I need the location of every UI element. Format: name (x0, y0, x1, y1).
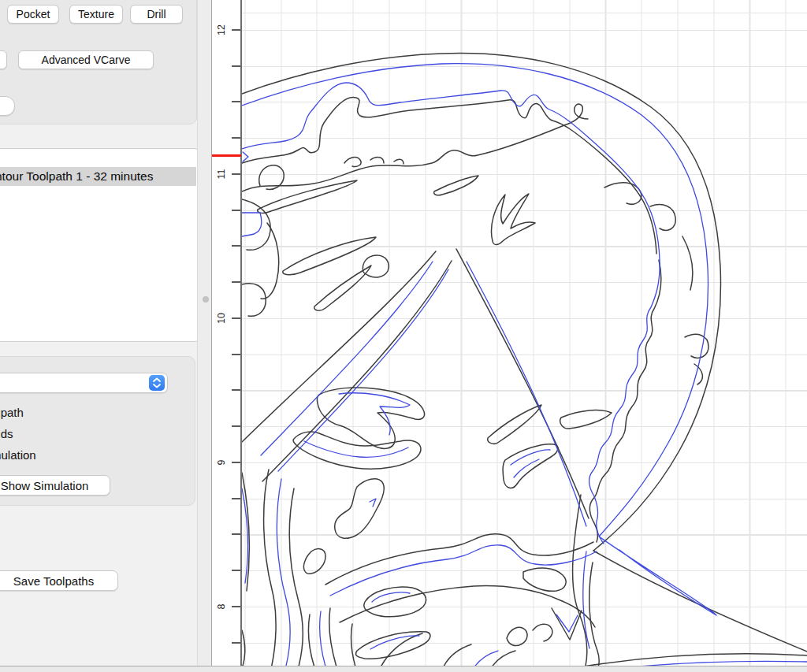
save-toolpaths-button-label: Save Toolpaths (13, 574, 94, 588)
ruler-tick (232, 101, 240, 102)
texture-button-label: Texture (78, 8, 114, 20)
toolpath-panel: Pocket Texture Drill Advanced VCarve nto… (0, 0, 197, 666)
advanced-vcarve-button[interactable]: Advanced VCarve (18, 50, 154, 69)
chevron-up-down-icon[interactable] (149, 375, 165, 391)
toolpath-list[interactable]: ntour Toolpath 1 - 32 minutes (0, 148, 198, 342)
toolpath-item-label: ntour Toolpath 1 - 32 minutes (0, 169, 153, 183)
ruler-tick (232, 29, 240, 31)
vertical-ruler: 12111098 (211, 0, 242, 666)
ruler-label: 10 (216, 307, 230, 329)
ruler-tick (232, 570, 240, 571)
cutoff-button-left[interactable] (0, 50, 7, 69)
show-simulation-button-label: Show Simulation (1, 479, 89, 492)
ruler-tick (232, 210, 240, 211)
drill-button[interactable]: Drill (130, 5, 183, 24)
ruler-label: 8 (216, 596, 230, 618)
toolpath-view-dropdown[interactable] (0, 373, 168, 393)
pocket-button-label: Pocket (17, 8, 50, 20)
view-options-card: olpath pids mulation Show Simulation (0, 356, 195, 506)
ruler-label: 12 (216, 19, 230, 41)
ruler-tick (232, 498, 240, 499)
design-canvas[interactable] (242, 0, 807, 666)
ruler-tick (232, 425, 240, 427)
show-simulation-option-label[interactable]: mulation (0, 448, 36, 462)
ruler-tick (232, 606, 240, 607)
ruler-tick (232, 317, 240, 319)
texture-button[interactable]: Texture (69, 5, 123, 24)
ruler-tick (232, 533, 240, 535)
panel-splitter[interactable] (197, 0, 211, 666)
splitter-handle-icon[interactable] (203, 296, 209, 303)
ruler-tick (232, 642, 240, 644)
ruler-tick (232, 137, 240, 139)
ruler-tick (232, 389, 240, 391)
show-toolpath-option-label[interactable]: olpath (0, 406, 24, 419)
ruler-label: 9 (216, 451, 230, 473)
toolpath-list-item-selected[interactable]: ntour Toolpath 1 - 32 minutes (0, 167, 196, 186)
drill-button-label: Drill (147, 8, 165, 20)
show-simulation-button[interactable]: Show Simulation (0, 475, 110, 496)
ruler-tick (232, 65, 240, 67)
cam-software-window: { "panel": { "buttons_row1": ["Pocket", … (0, 0, 807, 672)
ruler-position-marker (212, 154, 241, 157)
pocket-button[interactable]: Pocket (7, 5, 59, 24)
ruler-tick (232, 245, 240, 247)
ruler-tick (232, 281, 240, 283)
ruler-tick (232, 173, 240, 175)
cutoff-pill-button[interactable] (0, 96, 15, 116)
save-toolpaths-button[interactable]: Save Toolpaths (0, 570, 118, 591)
ruler-label: 11 (216, 163, 230, 185)
toolpath-canvas-svg (242, 0, 807, 666)
show-rapids-option-label[interactable]: pids (0, 427, 13, 440)
ruler-tick (232, 462, 240, 463)
window-bottom-bar (0, 666, 807, 672)
toolpath-buttons-card: Pocket Texture Drill Advanced VCarve (0, 0, 197, 124)
advanced-vcarve-label: Advanced VCarve (42, 54, 131, 66)
ruler-tick (232, 354, 240, 355)
